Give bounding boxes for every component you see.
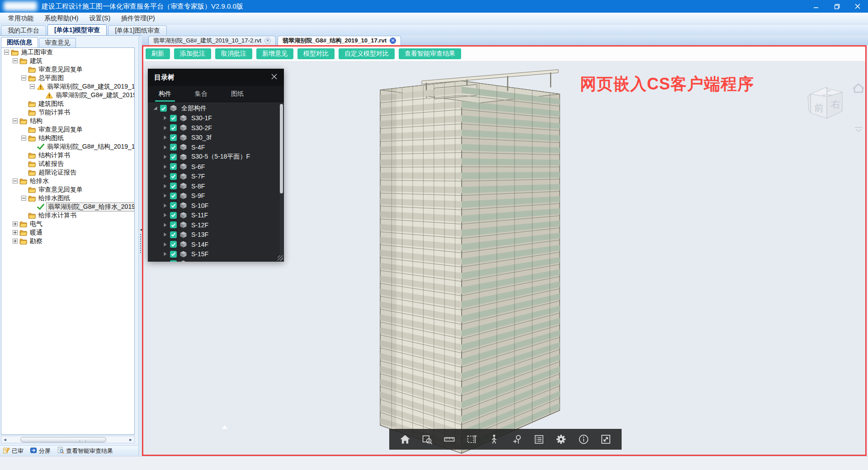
view-cube[interactable]: 前 右 上 (804, 77, 865, 136)
tree-item[interactable]: 超限论证报告 (1, 168, 134, 177)
collapsed-arrow-icon[interactable] (162, 115, 168, 121)
tree-item[interactable]: 电气 (1, 220, 134, 228)
tree-item[interactable]: 结构计算书 (1, 151, 134, 160)
catalog-item[interactable]: S-8F (148, 181, 284, 191)
collapsed-arrow-icon[interactable] (162, 164, 168, 169)
tree-expander-icon[interactable] (4, 50, 9, 55)
toolbar-button[interactable]: 添加批注 (174, 48, 211, 59)
catalog-tab[interactable]: 集合 (194, 86, 208, 102)
catalog-item[interactable]: S-13F (148, 230, 284, 240)
menu-item[interactable]: 系统帮助(H) (39, 14, 84, 24)
tree-item[interactable]: 翡翠湖别院_G8#_给排水_2019_10_17 (1, 202, 134, 211)
tree-item[interactable]: 施工图审查 (1, 48, 134, 56)
close-icon[interactable]: ✕ (264, 38, 271, 44)
tree-expander-icon[interactable] (21, 196, 26, 201)
checkbox-checked[interactable] (170, 231, 177, 238)
main-tab[interactable]: [单体1]图纸审查 (108, 25, 167, 35)
catalog-item[interactable]: S-10F (148, 201, 284, 211)
tree-item[interactable]: 审查意见回复单 (1, 125, 134, 134)
checkbox-checked[interactable] (170, 163, 177, 170)
walk-icon[interactable] (487, 432, 501, 446)
checkbox-checked[interactable] (170, 173, 177, 180)
section-icon[interactable] (465, 432, 479, 446)
toolbar-button[interactable]: 模型对比 (297, 48, 335, 59)
tree-item[interactable]: 结构图纸 (1, 134, 134, 142)
checkbox-checked[interactable] (170, 115, 177, 122)
fullscreen-icon[interactable] (599, 432, 613, 446)
main-tab[interactable]: 我的工作台 (1, 25, 46, 35)
home-icon[interactable] (398, 432, 412, 446)
map-pin-icon[interactable] (510, 432, 524, 446)
scrollbar-thumb[interactable] (20, 437, 106, 442)
checkbox-checked[interactable] (160, 105, 167, 112)
catalog-item[interactable]: S-4F (148, 142, 284, 152)
toolbar-button[interactable]: 取消批注 (215, 48, 252, 59)
catalog-item[interactable]: S30-2F (148, 123, 284, 133)
tree-item[interactable]: 翡翠湖别院_G8#_建筑_2019_10_1 (1, 91, 134, 99)
checkbox-checked[interactable] (170, 212, 177, 219)
checkbox-checked[interactable] (170, 154, 177, 160)
status-item[interactable]: 已审 (3, 446, 24, 455)
catalog-item[interactable]: 全部构件 (148, 103, 284, 113)
toolbar-button[interactable]: 新增意见 (256, 48, 293, 59)
collapsed-arrow-icon[interactable] (162, 125, 168, 131)
menu-item[interactable]: 插件管理(P) (116, 14, 160, 24)
collapsed-arrow-icon[interactable] (162, 203, 168, 208)
catalog-item[interactable]: S-12F (148, 220, 284, 230)
tree-item[interactable]: 节能计算书 (1, 108, 134, 117)
scroll-left-icon[interactable]: ◄ (1, 436, 9, 443)
toolbar-button[interactable]: 自定义模型对比 (339, 48, 395, 59)
checkbox-checked[interactable] (170, 134, 177, 141)
tree-item[interactable]: 建筑图纸 (1, 99, 134, 108)
resize-grip[interactable] (278, 255, 283, 261)
tree-expander-icon[interactable] (13, 239, 18, 244)
main-tab[interactable]: [单体1]模型审查 (47, 24, 107, 35)
tree-expander-icon[interactable] (13, 221, 18, 226)
tree-item[interactable]: 建筑 (1, 56, 134, 65)
tree-item[interactable]: 给排水图纸 (1, 194, 134, 202)
catalog-item[interactable]: S-11F (148, 211, 284, 221)
settings-icon[interactable] (554, 432, 568, 446)
tree-expander-icon[interactable] (13, 179, 18, 183)
collapsed-arrow-icon[interactable] (162, 212, 168, 218)
checkbox-checked[interactable] (170, 183, 177, 189)
status-item[interactable]: 分屏 (30, 446, 51, 455)
catalog-item[interactable]: S-14F (148, 240, 284, 249)
status-item[interactable]: 查看智能审查结果 (57, 446, 113, 455)
tree-item[interactable]: 翡翠湖别院_G8#_结构_2019_10_17. r (1, 142, 134, 151)
expanded-arrow-icon[interactable] (152, 106, 158, 111)
catalog-tab[interactable]: 图纸 (230, 86, 245, 102)
tree-horizontal-scrollbar[interactable]: ◄ ► (1, 436, 135, 443)
checkbox-checked[interactable] (170, 221, 177, 228)
tree-expander-icon[interactable] (30, 84, 35, 89)
catalog-item[interactable]: S30-5（5-18平面）F (148, 152, 284, 162)
checkbox-checked[interactable] (170, 124, 177, 131)
collapsed-arrow-icon[interactable] (162, 145, 168, 150)
tree-expander-icon[interactable] (21, 136, 26, 141)
collapsed-arrow-icon[interactable] (162, 135, 168, 140)
catalog-item[interactable]: S-16F (148, 259, 284, 262)
checkbox-checked[interactable] (170, 241, 177, 248)
menu-item[interactable]: 常用功能 (3, 14, 39, 24)
catalog-item[interactable]: S-9F (148, 191, 284, 201)
checkbox-checked[interactable] (170, 251, 177, 258)
tree-item[interactable]: 试桩报告 (1, 160, 134, 168)
tree-item[interactable]: 审查意见回复单 (1, 185, 134, 194)
tree-expander-icon[interactable] (13, 118, 18, 123)
collapsed-arrow-icon[interactable] (162, 193, 168, 198)
tree-expander-icon[interactable] (21, 75, 26, 80)
tree-item[interactable]: 审查意见回复单 (1, 65, 134, 74)
collapsed-arrow-icon[interactable] (162, 242, 168, 247)
tree-item[interactable]: 暖通 (1, 228, 134, 237)
tree-item[interactable]: 勘察 (1, 237, 134, 245)
collapsed-arrow-icon[interactable] (162, 174, 168, 179)
scrollbar-thumb[interactable] (280, 104, 283, 193)
measure-icon[interactable] (443, 432, 456, 446)
tree-item[interactable]: 结构 (1, 117, 134, 125)
tree-item[interactable]: 给排水 (1, 177, 134, 185)
scroll-right-icon[interactable]: ► (127, 436, 134, 443)
info-icon[interactable] (577, 432, 590, 446)
checkbox-checked[interactable] (170, 260, 177, 262)
catalog-item[interactable]: S30-1F (148, 113, 284, 123)
tree-expander-icon[interactable] (13, 230, 18, 235)
